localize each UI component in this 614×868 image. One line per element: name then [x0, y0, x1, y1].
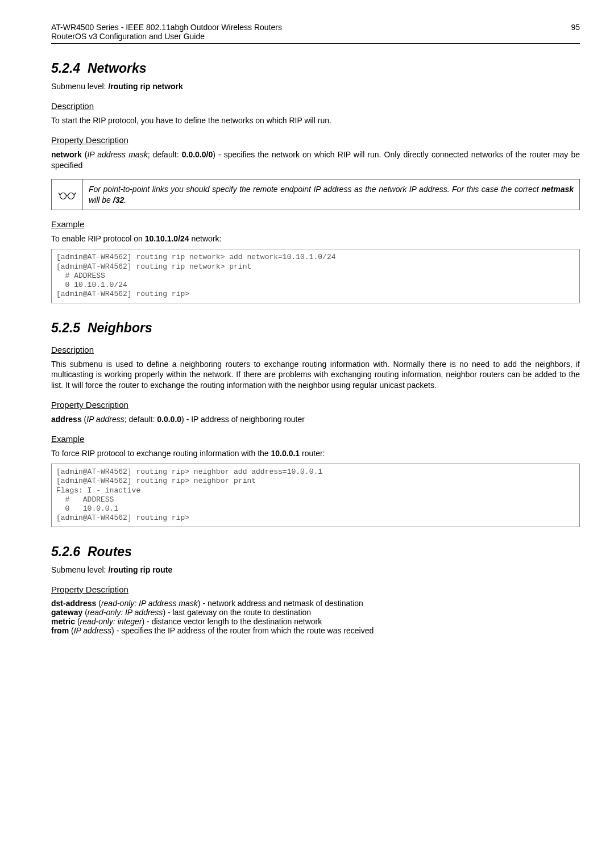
example-intro-524: To enable RIP protocol on 10.10.1.0/24 n… [51, 233, 580, 244]
example-intro-525: To force RIP protocol to exchange routin… [51, 448, 580, 459]
desc-text-525: This submenu is used to define a neighbo… [51, 359, 580, 391]
glasses-icon [52, 180, 83, 210]
submenu-526: Submenu level: /routing rip route [51, 565, 580, 574]
example-title-525: Example [51, 434, 580, 444]
example-title-524: Example [51, 219, 580, 229]
desc-text-524: To start the RIP protocol, you have to d… [51, 115, 580, 126]
svg-point-0 [60, 193, 67, 199]
propdesc-title-525: Property Description [51, 400, 580, 410]
header-title-2: RouterOS v3 Configuration and User Guide [51, 32, 205, 41]
svg-point-1 [68, 193, 74, 199]
page-number: 95 [571, 23, 580, 32]
svg-line-3 [74, 193, 76, 195]
header-rule [51, 43, 580, 44]
heading-526: 5.2.6 Routes [51, 544, 580, 560]
code-block-524: [admin@AT-WR4562] routing rip network> a… [51, 249, 580, 303]
propdesc-text-524: network (IP address mask; default: 0.0.0… [51, 149, 580, 171]
note-box-524: For point-to-point links you should spec… [51, 179, 580, 211]
heading-525: 5.2.5 Neighbors [51, 320, 580, 336]
submenu-524: Submenu level: /routing rip network [51, 82, 580, 91]
desc-title-525: Description [51, 345, 580, 354]
note-text-524: For point-to-point links you should spec… [83, 180, 579, 210]
propdesc-text-526: dst-address (read-only: IP address mask)… [51, 599, 580, 635]
header-title-1: AT-WR4500 Series - IEEE 802.11abgh Outdo… [51, 23, 282, 32]
desc-title-524: Description [51, 101, 580, 111]
code-block-525: [admin@AT-WR4562] routing rip> neighbor … [51, 464, 580, 527]
heading-524: 5.2.4 Networks [51, 61, 580, 76]
propdesc-text-525: address (IP address; default: 0.0.0.0) -… [51, 414, 580, 425]
page-header: AT-WR4500 Series - IEEE 802.11abgh Outdo… [51, 23, 580, 41]
propdesc-title-526: Property Description [51, 585, 580, 594]
svg-line-2 [59, 193, 60, 195]
propdesc-title-524: Property Description [51, 135, 580, 145]
